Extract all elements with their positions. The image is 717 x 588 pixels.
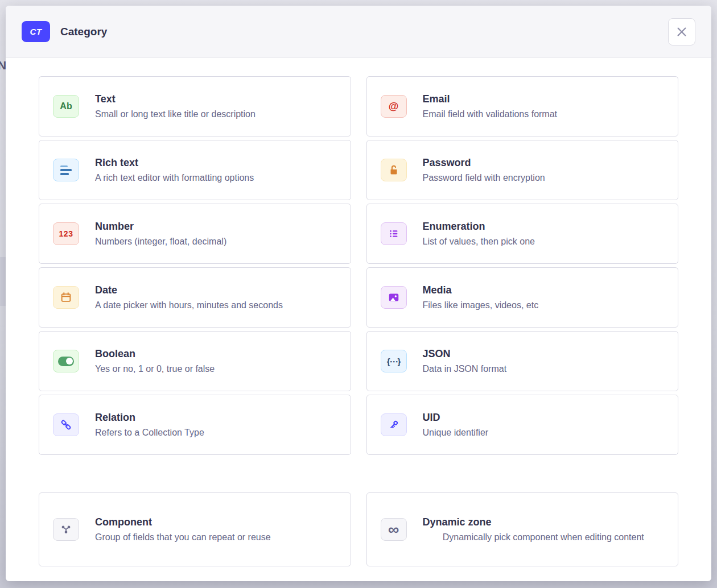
- field-type-card-uid[interactable]: UIDUnique identifier: [366, 395, 679, 455]
- field-type-description: List of values, then pick one: [423, 235, 665, 249]
- field-type-card-boolean[interactable]: BooleanYes or no, 1 or 0, true or false: [39, 331, 351, 391]
- field-type-card-email[interactable]: @EmailEmail field with validations forma…: [366, 76, 679, 136]
- field-type-title: Rich text: [95, 156, 337, 169]
- modal-body: AbTextSmall or long text like title or d…: [6, 58, 711, 566]
- calendar-icon: [53, 286, 79, 309]
- field-type-description: Yes or no, 1 or 0, true or false: [95, 362, 337, 376]
- key-icon: [381, 413, 407, 436]
- toggle-icon: [53, 350, 79, 372]
- field-type-title: Boolean: [95, 347, 337, 361]
- field-type-text: EmailEmail field with validations format: [423, 92, 665, 121]
- field-type-description: Small or long text like title or descrip…: [95, 107, 337, 121]
- field-type-title: Email: [423, 92, 665, 106]
- field-type-text: Dynamic zoneDynamically pick component w…: [423, 515, 665, 544]
- field-type-card-richtext[interactable]: Rich textA rich text editor with formatt…: [39, 140, 351, 200]
- field-type-card-dynamiczone[interactable]: ∞Dynamic zoneDynamically pick component …: [366, 492, 679, 566]
- field-type-description: Data in JSON format: [423, 362, 665, 376]
- background-page-block: [0, 257, 6, 306]
- field-type-title: Number: [95, 220, 337, 233]
- field-type-description: Password field with encryption: [423, 171, 665, 185]
- field-type-description: A rich text editor with formatting optio…: [95, 171, 337, 185]
- text-ab-icon: Ab: [53, 95, 79, 118]
- field-type-card-component[interactable]: ComponentGroup of fields that you can re…: [39, 492, 351, 566]
- field-type-description: Group of fields that you can repeat or r…: [95, 531, 337, 544]
- rich-text-lines-icon: [53, 159, 79, 181]
- field-type-text: NumberNumbers (integer, float, decimal): [95, 220, 337, 249]
- field-type-title: Date: [95, 283, 337, 297]
- field-types-grid: AbTextSmall or long text like title or d…: [39, 76, 678, 455]
- infinity-icon: ∞: [381, 518, 407, 541]
- field-type-title: Password: [423, 156, 665, 169]
- field-type-card-number[interactable]: 123NumberNumbers (integer, float, decima…: [39, 204, 351, 264]
- field-type-card-media[interactable]: MediaFiles like images, videos, etc: [366, 267, 679, 328]
- field-type-text: RelationRefers to a Collection Type: [95, 411, 337, 440]
- close-icon: [675, 26, 688, 38]
- field-type-description: Dynamically pick component when editing …: [441, 531, 646, 544]
- field-type-card-text[interactable]: AbTextSmall or long text like title or d…: [39, 76, 351, 136]
- email-at-icon: @: [381, 95, 407, 118]
- lock-icon: [381, 159, 407, 181]
- field-type-title: Relation: [95, 411, 337, 424]
- modal-title: Category: [60, 26, 107, 38]
- field-type-text: MediaFiles like images, videos, etc: [423, 283, 665, 312]
- field-type-text: PasswordPassword field with encryption: [423, 156, 665, 185]
- field-type-title: Component: [95, 515, 337, 529]
- field-type-card-date[interactable]: DateA date picker with hours, minutes an…: [39, 267, 351, 328]
- field-type-text: UIDUnique identifier: [423, 411, 665, 440]
- json-braces-icon: {⋯}: [381, 350, 407, 372]
- field-type-card-json[interactable]: {⋯}JSONData in JSON format: [366, 331, 679, 391]
- bullet-list-icon: [381, 222, 407, 245]
- field-type-title: JSON: [423, 347, 665, 361]
- number-123-icon: 123: [53, 222, 79, 245]
- field-type-title: Text: [95, 92, 337, 106]
- field-type-description: Files like images, videos, etc: [423, 299, 665, 312]
- field-type-title: UID: [423, 411, 665, 424]
- component-branch-icon: [53, 518, 79, 541]
- field-type-description: Unique identifier: [423, 426, 665, 440]
- media-picture-icon: [381, 286, 407, 309]
- content-type-badge: CT: [22, 21, 50, 42]
- field-type-card-password[interactable]: PasswordPassword field with encryption: [366, 140, 679, 200]
- field-type-card-relation[interactable]: RelationRefers to a Collection Type: [39, 395, 351, 455]
- field-type-description: Refers to a Collection Type: [95, 426, 337, 440]
- field-type-text: Rich textA rich text editor with formatt…: [95, 156, 337, 185]
- modal-header: CT Category: [6, 6, 711, 58]
- field-type-text: BooleanYes or no, 1 or 0, true or false: [95, 347, 337, 376]
- field-type-text: TextSmall or long text like title or des…: [95, 92, 337, 121]
- field-type-title: Media: [423, 283, 665, 297]
- field-type-text: JSONData in JSON format: [423, 347, 665, 376]
- field-type-description: Email field with validations format: [423, 107, 665, 121]
- zone-types-grid: ComponentGroup of fields that you can re…: [39, 492, 678, 566]
- field-type-title: Dynamic zone: [423, 515, 665, 529]
- field-type-title: Enumeration: [423, 220, 665, 233]
- field-type-description: A date picker with hours, minutes and se…: [95, 299, 337, 312]
- field-type-text: DateA date picker with hours, minutes an…: [95, 283, 337, 312]
- chain-link-icon: [53, 413, 79, 436]
- field-type-card-enumeration[interactable]: EnumerationList of values, then pick one: [366, 204, 679, 264]
- field-type-text: EnumerationList of values, then pick one: [423, 220, 665, 249]
- field-type-modal: CT Category AbTextSmall or long text lik…: [6, 6, 711, 581]
- field-type-text: ComponentGroup of fields that you can re…: [95, 515, 337, 544]
- field-type-description: Numbers (integer, float, decimal): [95, 235, 337, 249]
- close-button[interactable]: [668, 18, 695, 45]
